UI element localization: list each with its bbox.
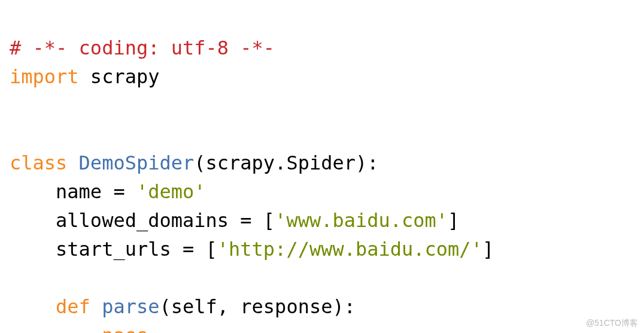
string-literal: 'http://www.baidu.com/' (217, 238, 482, 261)
comment-line: # -*- coding: utf-8 -*- (10, 37, 275, 59)
space (90, 295, 102, 318)
keyword-pass: pass (102, 324, 148, 333)
code-block: # -*- coding: utf-8 -*- import scrapy cl… (10, 5, 634, 333)
indent (10, 238, 56, 261)
function-args: (self, response): (159, 295, 356, 318)
var-assign: allowed_domains = [ (56, 209, 275, 232)
string-literal: 'demo' (136, 180, 206, 203)
paren-open: ( (194, 152, 205, 174)
indent (10, 209, 56, 232)
paren-close: ): (356, 152, 379, 174)
keyword-class: class (10, 152, 67, 174)
keyword-def: def (56, 295, 90, 318)
module-name: scrapy (79, 65, 160, 88)
indent (10, 180, 56, 203)
string-literal: 'www.baidu.com' (275, 209, 448, 232)
space (67, 152, 78, 174)
base-class: scrapy.Spider (206, 152, 356, 174)
class-name: DemoSpider (79, 152, 195, 174)
bracket-close: ] (482, 238, 494, 261)
keyword-import: import (10, 65, 79, 88)
indent (10, 324, 102, 333)
indent (10, 295, 56, 318)
var-assign: start_urls = [ (56, 238, 217, 261)
watermark-text: @51CTO博客 (586, 317, 638, 329)
bracket-close: ] (448, 209, 459, 232)
function-name: parse (102, 295, 159, 318)
var-assign: name = (56, 180, 136, 203)
